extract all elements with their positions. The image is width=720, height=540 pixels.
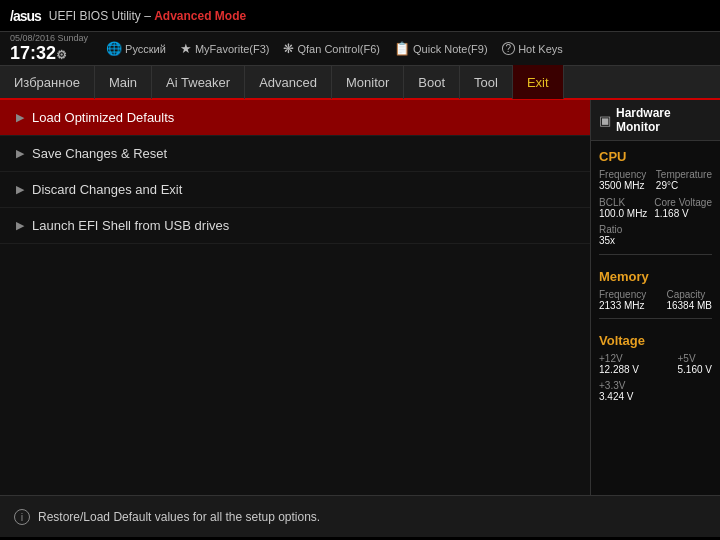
hw-section-cpu: CPU Frequency 3500 MHz Temperature 29°C … [591, 141, 720, 248]
5v-value: 5.160 V [678, 364, 712, 375]
cpu-freq-label: Frequency [599, 169, 646, 180]
cpu-freq-value: 3500 MHz [599, 180, 646, 191]
star-icon: ★ [180, 41, 192, 56]
fan-icon: ❋ [283, 41, 294, 56]
voltage-12v-row: +12V 12.288 V +5V 5.160 V [591, 352, 720, 376]
menu-item-efi-shell[interactable]: ▶ Launch EFI Shell from USB drives [0, 208, 590, 244]
memory-divider [599, 318, 712, 319]
core-voltage-value: 1.168 V [654, 208, 712, 219]
menu-item-load-defaults[interactable]: ▶ Load Optimized Defaults [0, 100, 590, 136]
asus-logo: /asus [10, 8, 41, 24]
nav-main[interactable]: Main [95, 65, 152, 99]
mem-cap-label: Capacity [666, 289, 712, 300]
main-area: ▶ Load Optimized Defaults ▶ Save Changes… [0, 100, 720, 495]
menu-item-label: Launch EFI Shell from USB drives [32, 218, 229, 233]
menu-item-discard-exit[interactable]: ▶ Discard Changes and Exit [0, 172, 590, 208]
bclk-value: 100.0 MHz [599, 208, 647, 219]
info-icon: i [14, 509, 30, 525]
menu-panel: ▶ Load Optimized Defaults ▶ Save Changes… [0, 100, 590, 495]
12v-value: 12.288 V [599, 364, 639, 375]
mem-freq-value: 2133 MHz [599, 300, 646, 311]
hw-monitor-header: ▣ Hardware Monitor [591, 100, 720, 141]
33v-label: +3.3V [599, 380, 712, 391]
cpu-section-title: CPU [591, 141, 720, 168]
memory-section-title: Memory [591, 261, 720, 288]
mem-cap-value: 16384 MB [666, 300, 712, 311]
cpu-temp-label: Temperature [656, 169, 712, 180]
datetime: 05/08/2016 Sunday 17:32⚙ [10, 33, 88, 64]
quicknote-button[interactable]: 📋 Quick Note(F9) [394, 41, 488, 56]
nav-monitor[interactable]: Monitor [332, 65, 404, 99]
33v-value: 3.424 V [599, 391, 712, 402]
ratio-label: Ratio [599, 224, 712, 235]
arrow-icon: ▶ [16, 111, 24, 124]
menu-item-save-reset[interactable]: ▶ Save Changes & Reset [0, 136, 590, 172]
mem-freq-label: Frequency [599, 289, 646, 300]
qfan-label: Qfan Control(F6) [297, 43, 380, 55]
description-text: Restore/Load Default values for all the … [38, 510, 320, 524]
nav-tool[interactable]: Tool [460, 65, 513, 99]
hotkeys-label: Hot Keys [518, 43, 563, 55]
ratio-value: 35x [599, 235, 712, 246]
nav-advanced[interactable]: Advanced [245, 65, 332, 99]
hw-section-voltage: Voltage +12V 12.288 V +5V 5.160 V +3.3V … [591, 325, 720, 404]
cpu-divider [599, 254, 712, 255]
quicknote-label: Quick Note(F9) [413, 43, 488, 55]
nav-ai-tweaker[interactable]: Ai Tweaker [152, 65, 245, 99]
toolbar: 05/08/2016 Sunday 17:32⚙ 🌐 Русский ★ MyF… [0, 32, 720, 66]
hardware-monitor-panel: ▣ Hardware Monitor CPU Frequency 3500 MH… [590, 100, 720, 495]
cpu-bclk-row: BCLK 100.0 MHz Core Voltage 1.168 V [591, 196, 720, 220]
bclk-label: BCLK [599, 197, 647, 208]
arrow-icon: ▶ [16, 219, 24, 232]
title-mode: Advanced Mode [154, 9, 246, 23]
myfavorite-button[interactable]: ★ MyFavorite(F3) [180, 41, 270, 56]
memory-row: Frequency 2133 MHz Capacity 16384 MB [591, 288, 720, 312]
bios-title: UEFI BIOS Utility – Advanced Mode [49, 9, 246, 23]
title-prefix: UEFI BIOS Utility – [49, 9, 154, 23]
arrow-icon: ▶ [16, 183, 24, 196]
time-display: 17:32⚙ [10, 43, 88, 64]
language-label: Русский [125, 43, 166, 55]
cpu-freq-row: Frequency 3500 MHz Temperature 29°C [591, 168, 720, 192]
language-button[interactable]: 🌐 Русский [106, 41, 166, 56]
menu-item-label: Save Changes & Reset [32, 146, 167, 161]
cpu-ratio-row: Ratio 35x [591, 220, 720, 248]
cpu-temp-value: 29°C [656, 180, 712, 191]
hotkeys-button[interactable]: ? Hot Keys [502, 42, 563, 55]
navigation: Избранное Main Ai Tweaker Advanced Monit… [0, 66, 720, 100]
header: /asus UEFI BIOS Utility – Advanced Mode [0, 0, 720, 32]
help-icon: ? [502, 42, 516, 55]
5v-label: +5V [678, 353, 712, 364]
globe-icon: 🌐 [106, 41, 122, 56]
nav-exit[interactable]: Exit [513, 65, 564, 99]
menu-item-label: Load Optimized Defaults [32, 110, 174, 125]
nav-izbrannoye[interactable]: Избранное [0, 65, 95, 99]
date-display: 05/08/2016 Sunday [10, 33, 88, 43]
voltage-section-title: Voltage [591, 325, 720, 352]
12v-label: +12V [599, 353, 639, 364]
description-bar: i Restore/Load Default values for all th… [0, 495, 720, 537]
arrow-icon: ▶ [16, 147, 24, 160]
nav-boot[interactable]: Boot [404, 65, 460, 99]
monitor-icon: ▣ [599, 113, 611, 128]
menu-item-label: Discard Changes and Exit [32, 182, 182, 197]
voltage-33v-row: +3.3V 3.424 V [591, 376, 720, 404]
hw-monitor-title: Hardware Monitor [616, 106, 712, 134]
note-icon: 📋 [394, 41, 410, 56]
core-voltage-label: Core Voltage [654, 197, 712, 208]
myfavorite-label: MyFavorite(F3) [195, 43, 270, 55]
hw-section-memory: Memory Frequency 2133 MHz Capacity 16384… [591, 261, 720, 312]
qfan-button[interactable]: ❋ Qfan Control(F6) [283, 41, 380, 56]
